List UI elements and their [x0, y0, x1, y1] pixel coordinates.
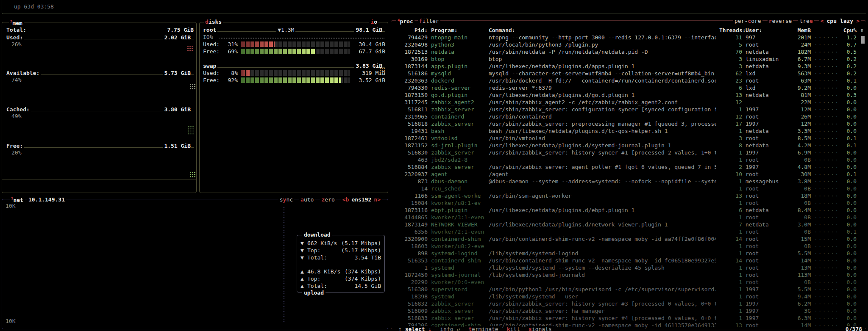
process-memb: 26M	[791, 113, 811, 120]
process-row[interactable]: 1872513 netdata /usr/sbin/netdata -P /ru…	[395, 48, 864, 55]
process-memb: 0B	[791, 156, 811, 163]
process-command: ntopng --community --http-port 3000 --re…	[489, 34, 716, 41]
iface-next-button[interactable]: n>	[374, 196, 381, 203]
upload-arrow-icon: ▲	[300, 275, 307, 282]
process-cpu-graph: ········ ·	[814, 135, 837, 142]
process-row[interactable]: 794429 ntopng-main ntopng --community --…	[395, 34, 864, 41]
process-row[interactable]: 1873116 ebpf.plugin /usr/libexec/netdata…	[395, 207, 864, 214]
process-row[interactable]: 20290 kworker/0:0-even 1 root 0B ·······…	[395, 279, 864, 286]
disk-swap-row[interactable]: swap 3.83 GiB	[203, 63, 385, 69]
process-cpu-graph: ·········	[814, 271, 837, 279]
upload-arrow-icon: ▲	[300, 282, 307, 290]
process-row[interactable]: 2320900 containerd-shim /usr/bin/contain…	[395, 235, 864, 243]
col-cpu[interactable]: Cpu%	[840, 27, 857, 34]
terminate-button[interactable]: terminate	[467, 326, 499, 331]
process-row[interactable]: 2320498 python3 /usr/local/bin/python3 /…	[395, 41, 864, 48]
process-row[interactable]: 18398 systemd /lib/systemd/systemd --use…	[395, 293, 864, 300]
process-program: bash	[431, 127, 485, 135]
process-row[interactable]: 516811 zabbix_server /usr/sbin/zabbix_se…	[395, 106, 864, 113]
select-control[interactable]: ↑ select ↓	[397, 326, 433, 331]
proc-sort-selector[interactable]: <cpu lazy>	[819, 18, 861, 25]
process-cpu: 0.0	[840, 185, 857, 192]
process-row[interactable]: 898 systemd-logind /lib/systemd/systemd-…	[395, 250, 864, 257]
process-row[interactable]: 4144865 kworker/3:1-even 1 root 0B ·····…	[395, 214, 864, 221]
disks-panel-title[interactable]: disks	[204, 19, 223, 25]
process-cpu: 1.2	[840, 34, 857, 41]
col-program[interactable]: Program:	[431, 27, 485, 34]
proc-tree-button[interactable]: tree	[798, 18, 814, 25]
process-row[interactable]: 873 dbus-daemon @dbus-daemon --system --…	[395, 178, 864, 185]
process-row[interactable]: 516884 zabbix_server /usr/sbin/zabbix_se…	[395, 163, 864, 171]
process-memb: 0B	[791, 279, 811, 286]
signals-button[interactable]: signals	[527, 326, 553, 331]
process-command: /usr/sbin/zabbix_server: history syncer …	[489, 300, 716, 307]
info-button[interactable]: info ↵	[439, 326, 461, 331]
mem-panel-title[interactable]: 2mem	[9, 19, 24, 27]
process-memb: 22M	[791, 99, 811, 106]
process-row[interactable]: 1873144 apps.plugin /usr/libexec/netdata…	[395, 63, 864, 70]
process-command: /usr/bin/python3 /usr/bin/supervisord -c…	[489, 286, 716, 293]
col-user[interactable]: User:	[746, 27, 788, 34]
col-memb[interactable]: MemB	[791, 27, 811, 34]
process-row[interactable]: 1873149 NETWORK-VIEWER /usr/libexec/netd…	[395, 221, 864, 228]
col-command[interactable]: Command:	[489, 27, 716, 34]
process-user: netdata	[746, 127, 788, 135]
process-row[interactable]: 15084 kworker/u8:1-ev 1 root 0B ········…	[395, 199, 864, 207]
process-row[interactable]: 516833 zabbix_server /usr/sbin/zabbix_se…	[395, 314, 864, 322]
process-command: /usr/sbin/zabbix_server: agent poller #1…	[489, 163, 716, 171]
process-row[interactable]: 14 rcu_sched 1 root 0B ········· 0.0	[395, 185, 864, 192]
net-zero-button[interactable]: zero	[320, 196, 336, 203]
process-row[interactable]: 1873152 sd-jrnl.plugin /usr/libexec/netd…	[395, 142, 864, 149]
process-row[interactable]: 1872450 systemd-journal /lib/systemd/sys…	[395, 271, 864, 279]
net-sync-button[interactable]: sync	[278, 196, 294, 203]
process-row[interactable]: 516353 containerd-shim /usr/bin/containe…	[395, 257, 864, 264]
process-row[interactable]: 6356 kworker/2:1-even 1 root 0B ········…	[395, 228, 864, 235]
process-row[interactable]: 516809 zabbix_server /usr/sbin/zabbix_se…	[395, 307, 864, 314]
process-row[interactable]: 516186 mysqld mysqld --character-set-ser…	[395, 70, 864, 77]
process-row[interactable]: 2319965 containerd /usr/bin/containerd 1…	[395, 113, 864, 120]
sort-next-icon[interactable]: >	[856, 18, 860, 24]
process-pid: 30169	[395, 55, 428, 63]
process-scrollbar[interactable]	[861, 36, 865, 44]
disks-io-toggle[interactable]: io	[369, 19, 378, 25]
process-threads: 6	[719, 207, 742, 214]
proc-reverse-button[interactable]: reverse	[768, 18, 793, 25]
process-row[interactable]: 2320363 dockerd /usr/bin/dockerd -H fd:/…	[395, 77, 864, 84]
process-row[interactable]: 516818 zabbix_server /usr/sbin/zabbix_se…	[395, 120, 864, 127]
process-row[interactable]: 794330 redis-server redis-server *:6379 …	[395, 84, 864, 91]
process-row[interactable]: 2320937 agent /agent 10 root 30M ·······…	[395, 171, 864, 178]
process-pid: 898	[395, 250, 428, 257]
proc-panel-title[interactable]: 4proc	[396, 17, 415, 25]
col-threads[interactable]: Threads:	[719, 27, 742, 34]
scrollbar-up-icon[interactable]: ↑	[861, 27, 864, 34]
col-pid[interactable]: Pid:	[395, 27, 428, 34]
process-row[interactable]: 19431 bash bash /usr/libexec/netdata/plu…	[395, 127, 864, 135]
process-row[interactable]: 18603 kworker/u8:2-eve 1 root 0B ·······…	[395, 243, 864, 250]
process-row[interactable]: 1 systemd /lib/systemd/systemd --system …	[395, 264, 864, 271]
disk-root-row[interactable]: root ▼1.3M 98.1 GiB	[203, 27, 385, 33]
process-row[interactable]: 1873150 go.d.plugin /usr/libexec/netdata…	[395, 91, 864, 99]
process-program: redis-server	[431, 84, 485, 91]
net-interface-selector[interactable]: <bens192n>	[341, 196, 382, 203]
process-row[interactable]: 30169 btop btop 3 linuxadmin 6.7M ······…	[395, 55, 864, 63]
process-row[interactable]: 516832 zabbix_server /usr/sbin/zabbix_se…	[395, 300, 864, 307]
process-row[interactable]: 463 jbd2/sda2-8 1 root 0B ········· 0.0	[395, 156, 864, 163]
process-cpu-graph: ·········	[814, 185, 837, 192]
mem-free-minigraph	[189, 171, 196, 178]
net-auto-button[interactable]: auto	[299, 196, 315, 203]
process-cpu-graph: ·········	[814, 322, 837, 329]
process-command: bash /usr/libexec/netdata/plugins.d/tc-q…	[489, 127, 716, 135]
process-row[interactable]: 3117245 zabbix_agent2 /usr/sbin/zabbix_a…	[395, 99, 864, 106]
process-row[interactable]: 516830 zabbix_server /usr/sbin/zabbix_se…	[395, 149, 864, 156]
process-threads: 1	[719, 228, 742, 235]
process-program: ssm-agent-worke	[431, 192, 485, 199]
process-row[interactable]: 1872461 vmtoolsd /usr/bin/vmtoolsd 3 roo…	[395, 135, 864, 142]
process-row[interactable]: 1166 ssm-agent-worke /usr/bin/ssm-agent-…	[395, 192, 864, 199]
process-threads: 6	[719, 84, 742, 91]
sort-prev-icon[interactable]: <	[821, 18, 824, 24]
proc-filter-button[interactable]: filter	[418, 18, 440, 25]
kill-button[interactable]: kill	[506, 326, 521, 331]
process-row[interactable]: 516380 supervisord /usr/bin/python3 /usr…	[395, 286, 864, 293]
iface-prev-button[interactable]: <b	[342, 196, 349, 203]
proc-per-core-button[interactable]: per-core	[733, 18, 762, 25]
